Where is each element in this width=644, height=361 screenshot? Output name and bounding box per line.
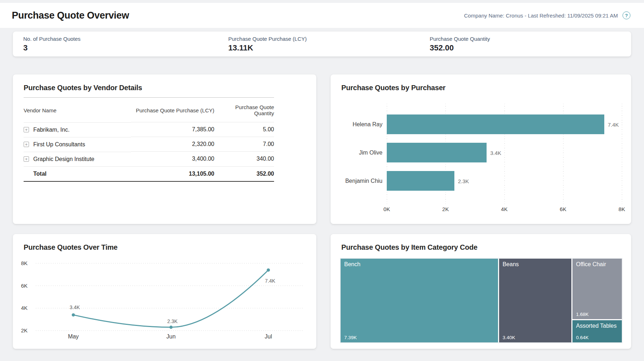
x-axis-tick-label: 8K [619, 206, 625, 212]
bar[interactable] [387, 171, 454, 191]
expand-row-icon[interactable]: + [24, 142, 29, 147]
column-header-vendor-name[interactable]: Vendor Name [24, 98, 131, 122]
treemap-block-beans[interactable]: Beans3.40K [499, 259, 571, 342]
x-axis-tick-label: 2K [442, 206, 449, 212]
bar-row: Benjamin Chiu2.3K [387, 171, 622, 191]
treemap-block-assorted-tables[interactable]: Assorted Tables0.64K [572, 320, 622, 342]
treemap-block-label: Office Chair [576, 261, 606, 268]
treemap-right-column: Office Chair1.68KAssorted Tables0.64K [572, 259, 622, 342]
bar-value-label: 2.3K [458, 178, 469, 184]
kpi-value: 352.00 [430, 43, 631, 53]
treemap-block-label: Beans [503, 261, 519, 268]
quantity-value: 5.00 [214, 122, 274, 137]
bar-value-label: 7.4K [608, 121, 619, 127]
kpi-no-of-purchase-quotes[interactable]: No. of Purchase Quotes 3 [13, 31, 225, 57]
treemap-plot-area: Bench7.39KBeans3.40KOffice Chair1.68KAss… [340, 258, 623, 343]
page-title: Purchase Quote Overview [12, 10, 129, 21]
treemap-block-value: 3.40K [503, 335, 515, 340]
table-row[interactable]: +First Up Consultants2,320.007.00 [24, 137, 274, 152]
data-point-label: 7.4K [265, 278, 275, 284]
x-axis-tick-label: 4K [501, 206, 507, 212]
column-header-quantity[interactable]: Purchase Quote Quantity [214, 98, 274, 122]
kpi-label: Purchase Quote Purchase (LCY) [228, 36, 430, 42]
kpi-value: 13.11K [228, 43, 430, 53]
treemap-block-office-chair[interactable]: Office Chair1.68K [572, 259, 622, 319]
x-axis-tick-label: Jul [265, 333, 272, 340]
purchase-lcy-value: 7,385.00 [131, 122, 214, 137]
quantity-value: 340.00 [214, 152, 274, 167]
y-axis-tick-label: 6K [21, 283, 28, 289]
y-axis-tick-label: 8K [21, 260, 28, 266]
vendor-details-card: Purchase Quotes by Vendor Details Vendor… [13, 74, 316, 224]
vendor-name: Graphic Design Institute [33, 156, 94, 162]
bar-category-label: Benjamin Chiu [345, 171, 382, 191]
bar-category-label: Helena Ray [352, 114, 382, 134]
purchaser-bar-chart-card: Purchase Quotes by Purchaser Helena Ray7… [331, 74, 631, 224]
purchase-lcy-value: 2,320.00 [131, 137, 214, 152]
data-point[interactable] [267, 268, 270, 272]
kpi-label: No. of Purchase Quotes [23, 36, 225, 42]
quantity-value: 7.00 [214, 137, 274, 152]
line-chart-plot-area: 2K4K6K8KMayJunJul3.4K2.3K7.4K [13, 234, 316, 349]
treemap-block-label: Bench [344, 261, 360, 268]
treemap-block-value: 1.68K [576, 312, 589, 317]
data-point[interactable] [170, 326, 173, 329]
card-title: Purchase Quotes by Purchaser [341, 84, 631, 92]
y-axis-tick-label: 2K [21, 327, 28, 333]
y-axis-tick-label: 4K [21, 305, 28, 311]
vendor-name: First Up Consultants [33, 141, 85, 148]
bar-row: Jim Olive3.4K [387, 143, 622, 162]
help-icon[interactable]: ? [623, 11, 630, 19]
treemap-block-bench[interactable]: Bench7.39K [341, 259, 498, 342]
kpi-purchase-quote-quantity[interactable]: Purchase Quote Quantity 352.00 [430, 31, 631, 57]
table-row[interactable]: +Graphic Design Institute3,400.00340.00 [24, 152, 274, 167]
total-label: Total [24, 166, 131, 181]
vendor-table: Vendor Name Purchase Quote Purchase (LCY… [24, 97, 274, 182]
vendor-name: Fabrikam, Inc. [33, 127, 69, 133]
over-time-line-chart-card: Purchase Quotes Over Time 2K4K6K8KMayJun… [13, 234, 316, 349]
table-row[interactable]: +Fabrikam, Inc.7,385.005.00 [24, 122, 274, 137]
bar-chart-plot-area: Helena Ray7.4KJim Olive3.4KBenjamin Chiu… [387, 104, 622, 204]
x-axis-tick-label: May [68, 333, 79, 340]
table-total-row: Total 13,105.00 352.00 [24, 166, 274, 181]
treemap-block-value: 7.39K [344, 335, 357, 340]
bar[interactable] [387, 143, 487, 162]
x-axis-tick-label: 6K [560, 206, 566, 212]
expand-row-icon[interactable]: + [24, 156, 29, 162]
vendor-table-body: +Fabrikam, Inc.7,385.005.00+First Up Con… [24, 122, 274, 167]
bar-chart-x-axis: 0K2K4K6K8K [387, 206, 622, 213]
x-axis-tick-label: 0K [384, 206, 390, 212]
gridline [622, 104, 622, 204]
card-title: Purchase Quotes by Item Category Code [341, 243, 631, 252]
total-quantity: 352.00 [214, 166, 274, 181]
treemap-block-label: Assorted Tables [576, 323, 617, 329]
data-point[interactable] [72, 313, 75, 317]
bar-row: Helena Ray7.4K [387, 114, 622, 134]
card-title: Purchase Quotes by Vendor Details [24, 84, 316, 92]
kpi-purchase-quote-purchase-lcy[interactable]: Purchase Quote Purchase (LCY) 13.11K [225, 31, 430, 57]
column-header-purchase-lcy[interactable]: Purchase Quote Purchase (LCY) [131, 98, 214, 122]
expand-row-icon[interactable]: + [24, 127, 29, 132]
company-last-refreshed: Company Name: Cronus - Last Refreshed: 1… [464, 13, 618, 19]
item-category-treemap-card: Purchase Quotes by Item Category Code Be… [331, 234, 631, 349]
purchase-lcy-value: 3,400.00 [131, 152, 214, 167]
total-purchase: 13,105.00 [131, 166, 214, 181]
header: Purchase Quote Overview Company Name: Cr… [0, 3, 644, 28]
kpi-strip: No. of Purchase Quotes 3 Purchase Quote … [13, 31, 631, 57]
kpi-label: Purchase Quote Quantity [430, 36, 631, 42]
data-point-label: 3.4K [70, 304, 80, 310]
data-point-label: 2.3K [167, 318, 178, 324]
header-meta: Company Name: Cronus - Last Refreshed: 1… [464, 11, 630, 19]
bar-category-label: Jim Olive [359, 143, 382, 162]
kpi-value: 3 [23, 43, 225, 53]
treemap-block-value: 0.64K [576, 335, 589, 340]
x-axis-tick-label: Jun [166, 333, 176, 340]
bar-value-label: 3.4K [490, 150, 501, 156]
bar[interactable] [387, 114, 604, 134]
